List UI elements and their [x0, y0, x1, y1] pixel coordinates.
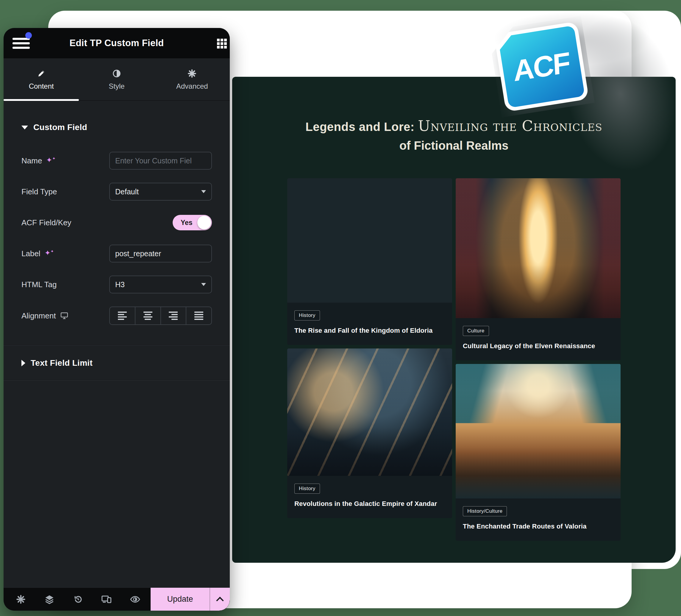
update-button[interactable]: Update	[151, 588, 209, 611]
panel-footer: Update	[4, 587, 230, 611]
align-justify-button[interactable]	[186, 307, 211, 324]
card-caption: History The Rise and Fall of the Kingdom…	[287, 303, 452, 345]
card-caption: History/Culture The Enchanted Trade Rout…	[456, 498, 621, 541]
alignment-button-group	[109, 307, 212, 325]
chevron-right-icon	[21, 360, 25, 366]
acf-logo-text: ACF	[512, 45, 570, 88]
tab-content[interactable]: Content	[4, 58, 79, 100]
acf-logo: ACF	[498, 25, 585, 108]
align-right-button[interactable]	[161, 307, 186, 324]
card-caption: History Revolutions in the Galactic Empi…	[287, 476, 452, 518]
chevron-down-icon	[21, 126, 28, 129]
heading-lead-text: Legends and Lore:	[305, 120, 418, 133]
card-title: The Enchanted Trade Routes of Valoria	[463, 521, 613, 531]
field-type-label: Field Type	[21, 187, 57, 197]
section-text-field-limit-header[interactable]: Text Field Limit	[21, 358, 212, 368]
field-type-select[interactable]: Default	[109, 183, 212, 201]
market-scene-image	[456, 364, 621, 498]
html-tag-select[interactable]: H3	[109, 276, 212, 293]
section-divider	[4, 344, 230, 345]
desktop-monitor-icon[interactable]	[60, 312, 69, 319]
acf-field-key-label: ACF Field/Key	[21, 218, 71, 227]
tab-style-label: Style	[109, 82, 124, 91]
card-column-right: Culture Cultural Legacy of the Elven Ren…	[456, 178, 621, 541]
category-badge: Culture	[463, 326, 489, 336]
preview-eye-icon[interactable]	[130, 594, 141, 605]
align-left-button[interactable]	[110, 307, 135, 324]
html-tag-value: H3	[115, 280, 125, 289]
category-badge: History	[294, 310, 320, 320]
alignment-label: Alignment	[21, 311, 56, 320]
chevron-down-icon	[201, 190, 206, 193]
section-title: Custom Field	[33, 123, 87, 132]
sci-fi-soldiers-image	[287, 349, 452, 476]
footer-icon-bar	[4, 594, 141, 605]
responsive-devices-icon[interactable]	[101, 594, 112, 605]
elven-hall-image	[456, 178, 621, 318]
section-divider	[4, 380, 230, 380]
card-column-left: History The Rise and Fall of the Kingdom…	[287, 178, 452, 541]
elementor-panel: Edit TP Custom Field Content Style A	[4, 28, 230, 611]
ai-sparkle-icon[interactable]: ✦✦	[45, 249, 54, 257]
section-title: Text Field Limit	[31, 358, 93, 368]
section-custom-field-header[interactable]: Custom Field	[21, 123, 212, 132]
screenshot-stage: Legends and Lore: Unveiling the Chronicl…	[0, 0, 681, 616]
acf-label-input[interactable]	[109, 245, 212, 262]
panel-tabs: Content Style Advanced	[4, 58, 230, 101]
field-row-html-tag: HTML Tag H3	[21, 276, 212, 293]
name-label: Name	[21, 156, 42, 165]
panel-header: Edit TP Custom Field	[4, 28, 230, 58]
field-type-value: Default	[115, 187, 139, 196]
tab-advanced-label: Advanced	[176, 82, 208, 91]
settings-gear-icon[interactable]	[16, 594, 26, 605]
tab-advanced[interactable]: Advanced	[154, 58, 230, 100]
card-title: Revolutions in the Galactic Empire of Xa…	[294, 499, 445, 509]
card-title: The Rise and Fall of the Kingdom of Eldo…	[294, 326, 445, 335]
tab-content-label: Content	[29, 82, 54, 91]
tab-style[interactable]: Style	[79, 58, 154, 100]
custom-field-name-input[interactable]	[109, 152, 212, 170]
toggle-knob	[197, 216, 211, 229]
update-button-group: Update	[151, 588, 230, 611]
category-badge: History/Culture	[463, 506, 507, 516]
card-title: Cultural Legacy of the Elven Renaissance	[463, 341, 613, 351]
navigator-layers-icon[interactable]	[44, 594, 55, 605]
panel-body: Custom Field Name✦✦ Field Type Default A…	[4, 101, 230, 587]
card-caption: Culture Cultural Legacy of the Elven Ren…	[456, 318, 621, 360]
align-center-button[interactable]	[135, 307, 161, 324]
field-row-acf-key: ACF Field/Key Yes	[21, 214, 212, 232]
post-card-xandar[interactable]: History Revolutions in the Galactic Empi…	[287, 349, 452, 518]
post-card-grid: History The Rise and Fall of the Kingdom…	[287, 178, 621, 541]
notification-dot	[25, 32, 32, 39]
toggle-state-label: Yes	[181, 219, 193, 227]
field-row-label: Label✦✦	[21, 245, 212, 262]
post-card-elven[interactable]: Culture Cultural Legacy of the Elven Ren…	[456, 178, 621, 360]
category-badge: History	[294, 484, 320, 494]
post-card-eldoria[interactable]: History The Rise and Fall of the Kingdom…	[287, 178, 452, 345]
update-options-button[interactable]	[209, 588, 230, 611]
acf-field-key-toggle[interactable]: Yes	[173, 215, 212, 230]
active-tab-indicator	[4, 99, 79, 101]
gear-icon	[187, 69, 197, 79]
contrast-circle-icon	[112, 69, 121, 79]
post-card-valoria[interactable]: History/Culture The Enchanted Trade Rout…	[456, 364, 621, 541]
castle-sunset-image	[287, 178, 452, 303]
acf-logo-sticker: ACF	[494, 21, 589, 112]
history-icon[interactable]	[73, 594, 83, 605]
field-row-alignment: Alignment	[21, 307, 212, 325]
ai-sparkle-icon[interactable]: ✦✦	[46, 156, 55, 164]
chevron-up-icon	[216, 597, 224, 604]
field-row-name: Name✦✦	[21, 152, 212, 170]
widgets-grid-icon[interactable]	[217, 39, 220, 41]
field-row-field-type: Field Type Default	[21, 183, 212, 201]
html-tag-label: HTML Tag	[21, 280, 57, 289]
chevron-down-icon	[201, 283, 206, 286]
update-button-label: Update	[167, 595, 193, 604]
label-label: Label	[21, 249, 41, 258]
pencil-icon	[37, 69, 46, 79]
panel-title: Edit TP Custom Field	[4, 38, 230, 49]
